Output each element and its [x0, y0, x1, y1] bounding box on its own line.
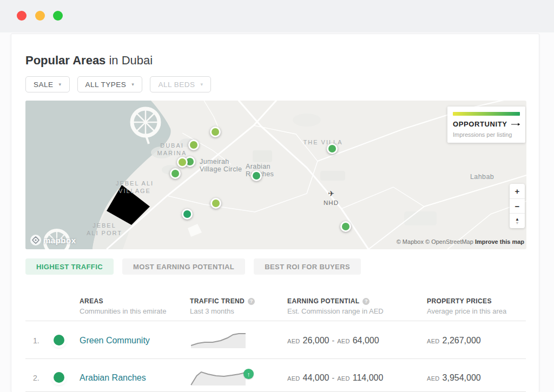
- map-label-jebel-ali-village: JEBEL ALI VILLAGE: [113, 180, 156, 195]
- zoom-in-button[interactable]: +: [510, 184, 525, 198]
- window-close-button[interactable]: [17, 11, 27, 21]
- area-link-green-community[interactable]: Green Community: [80, 336, 150, 346]
- help-icon[interactable]: ?: [362, 298, 370, 305]
- tab-highest-traffic[interactable]: HIGHEST TRAFFIC: [25, 258, 114, 275]
- column-sub-prices: Average price in this area: [427, 307, 506, 315]
- popular-areas-card: Popular Areas in Dubai SALE ▾ ALL TYPES …: [11, 34, 539, 392]
- column-sub-areas: Communities in this emirate: [80, 307, 166, 315]
- earning-potential-value: AED 44,000 - AED 114,000: [287, 373, 383, 383]
- column-sub-traffic: Last 3 months: [190, 307, 234, 315]
- chevron-down-icon: ▾: [59, 82, 62, 87]
- column-header-areas: AREAS: [80, 297, 103, 305]
- divider: [25, 321, 526, 321]
- types-filter-dropdown[interactable]: ALL TYPES ▾: [77, 76, 143, 92]
- map-marker[interactable]: [210, 198, 221, 209]
- window-titlebar: [0, 0, 554, 32]
- area-rank-dot: [54, 372, 64, 383]
- area-rank-dot: [54, 335, 64, 346]
- zoom-out-button[interactable]: −: [510, 198, 525, 214]
- map-label-jebel-ali-port: JEBEL ALI PORT: [85, 222, 124, 237]
- compass-button[interactable]: ▲▼: [510, 213, 525, 228]
- trend-up-badge: ↑: [243, 369, 254, 379]
- help-icon[interactable]: ?: [248, 298, 255, 305]
- column-sub-earning: Est. Commission range in AED: [287, 307, 384, 315]
- airport-icon: ✈: [322, 190, 340, 197]
- chevron-down-icon: ▾: [131, 82, 134, 87]
- property-price-value: AED 3,954,000: [427, 373, 481, 383]
- sale-filter-dropdown[interactable]: SALE ▾: [25, 76, 70, 92]
- property-price-value: AED 2,267,000: [427, 336, 481, 346]
- beds-filter-dropdown[interactable]: ALL BEDS ▾: [150, 76, 211, 92]
- window-minimize-button[interactable]: [35, 11, 45, 21]
- ranking-tabs: HIGHEST TRAFFIC MOST EARNING POTENTIAL B…: [25, 258, 361, 275]
- map-marker[interactable]: [188, 139, 199, 150]
- map-marker[interactable]: [327, 143, 338, 154]
- tab-best-roi-for-buyers[interactable]: BEST ROI FOR BUYERS: [254, 258, 361, 275]
- map-marker[interactable]: [340, 221, 351, 232]
- rank-label: 2.: [33, 374, 39, 382]
- rank-label: 1.: [33, 336, 39, 345]
- map-label-dubai-marina: DUBAI MARINA: [153, 142, 191, 157]
- page-title: Popular Areas in Dubai: [25, 54, 153, 68]
- map-zoom-controls: + − ▲▼: [510, 184, 525, 228]
- traffic-trend-sparkline: [190, 332, 247, 348]
- opportunity-legend: OPPORTUNITY Impressions per listing: [447, 107, 525, 143]
- improve-this-map-link[interactable]: Improve this map: [475, 238, 524, 245]
- right-arrow-icon: [511, 122, 520, 127]
- filter-bar: SALE ▾ ALL TYPES ▾ ALL BEDS ▾: [25, 76, 211, 92]
- divider: [25, 358, 526, 359]
- map-label-jumeirah-village-circle: Jumeirah Village Circle: [200, 158, 242, 173]
- tab-most-earning-potential[interactable]: MOST EARNING POTENTIAL: [122, 258, 245, 275]
- map-marker[interactable]: [251, 170, 262, 181]
- column-header-property-prices: PROPERTY PRICES: [427, 297, 492, 305]
- map-marker[interactable]: [170, 168, 181, 179]
- map-marker[interactable]: [182, 209, 193, 220]
- map-canvas[interactable]: DUBAI MARINA JEBEL ALI VILLAGE JEBEL ALI…: [25, 101, 526, 249]
- column-header-earning-potential: EARNING POTENTIAL ?: [287, 297, 370, 305]
- map-label-the-villa: THE VILLA: [299, 138, 347, 146]
- traffic-trend-sparkline: [190, 369, 247, 386]
- area-link-arabian-ranches[interactable]: Arabian Ranches: [80, 373, 146, 383]
- map-label-lahbab: Lahbab: [470, 173, 494, 181]
- chevron-down-icon: ▾: [200, 82, 203, 87]
- mapbox-logo[interactable]: mapbox: [30, 235, 76, 245]
- column-header-traffic-trend: TRAFFIC TREND ?: [190, 297, 255, 305]
- map-attribution: © Mapbox © OpenStreetMap Improve this ma…: [397, 238, 524, 245]
- window-zoom-button[interactable]: [53, 11, 63, 21]
- compass-icon: ▲▼: [515, 217, 519, 225]
- mapbox-icon: [30, 235, 41, 245]
- map-marker[interactable]: [210, 127, 221, 137]
- map-label-nhd: ✈ NHD: [322, 190, 340, 207]
- opportunity-gradient-bar: [453, 112, 520, 116]
- map-marker[interactable]: [177, 157, 188, 168]
- up-arrow-icon: ↑: [247, 371, 250, 377]
- earning-potential-value: AED 26,000 - AED 64,000: [287, 336, 379, 346]
